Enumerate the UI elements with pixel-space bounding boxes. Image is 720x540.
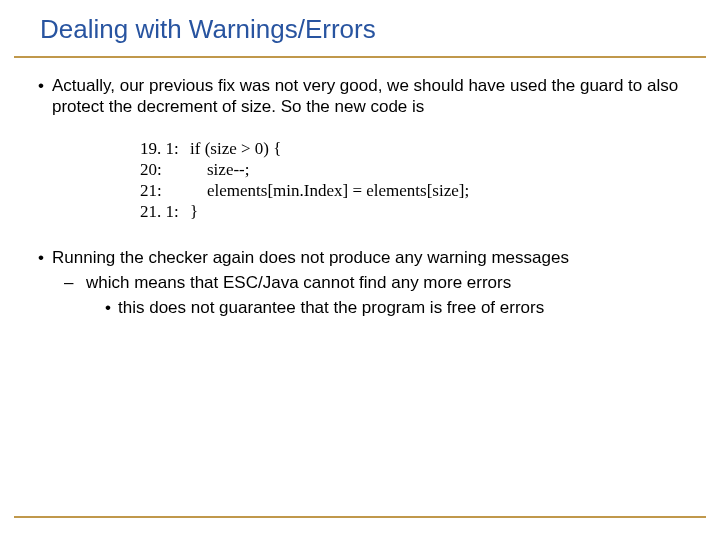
bullet-dash-icon: – [64,272,86,293]
code-line-number: 19. 1: [140,138,190,159]
code-line-content: if (size > 0) { [190,138,690,159]
bullet-level2: – which means that ESC/Java cannot find … [64,272,690,293]
code-line: 21. 1: } [140,201,690,222]
code-line-content: elements[min.Index] = elements[size]; [190,180,690,201]
slide: Dealing with Warnings/Errors • Actually,… [0,0,720,540]
bullet-text: this does not guarantee that the program… [118,297,690,318]
bullet-level1: • Actually, our previous fix was not ver… [30,75,690,118]
code-line: 19. 1: if (size > 0) { [140,138,690,159]
divider-top [14,56,706,58]
code-line-number: 20: [140,159,190,180]
code-line-content: size--; [190,159,690,180]
bullet-dot-icon: • [30,75,52,118]
bullet-text: Running the checker again does not produ… [52,247,690,268]
code-line-content: } [190,201,690,222]
bullet-text: which means that ESC/Java cannot find an… [86,272,690,293]
code-line: 21: elements[min.Index] = elements[size]… [140,180,690,201]
bullet-level3: • this does not guarantee that the progr… [98,297,690,318]
code-line-number: 21: [140,180,190,201]
code-block: 19. 1: if (size > 0) { 20: size--; 21: e… [140,138,690,223]
bullet-dot-icon: • [98,297,118,318]
divider-bottom [14,516,706,518]
bullet-dot-icon: • [30,247,52,268]
bullet-text: Actually, our previous fix was not very … [52,75,690,118]
code-line: 20: size--; [140,159,690,180]
slide-body: • Actually, our previous fix was not ver… [30,75,690,322]
code-line-number: 21. 1: [140,201,190,222]
slide-title: Dealing with Warnings/Errors [40,14,376,45]
bullet-level1: • Running the checker again does not pro… [30,247,690,268]
